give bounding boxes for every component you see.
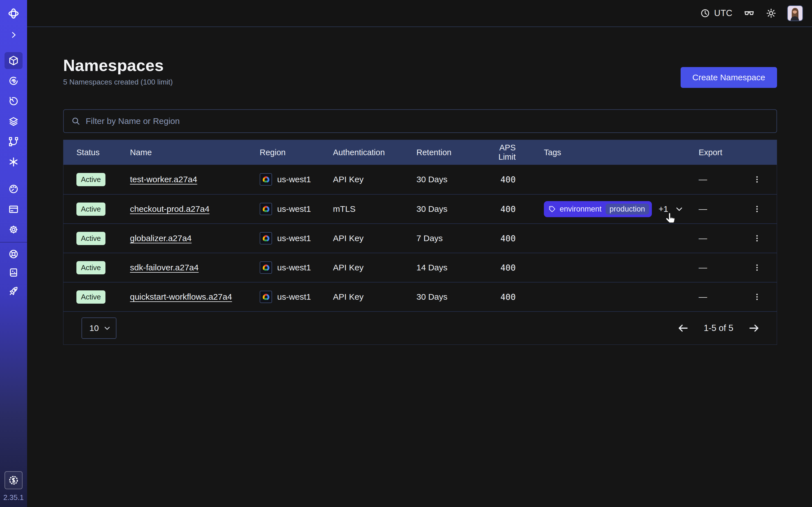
previous-page-button[interactable]: [677, 322, 689, 334]
col-header-aps-limit: APS Limit: [480, 143, 516, 162]
gauge-icon: [8, 184, 19, 194]
status-badge: Active: [77, 290, 105, 304]
create-namespace-button[interactable]: Create Namespace: [680, 67, 777, 88]
chevron-right-icon: [9, 31, 18, 39]
table-row[interactable]: Active quickstart-workflows.a27a4 us-wes…: [63, 282, 777, 311]
version-label: 2.35.1: [3, 493, 24, 502]
authentication-label: mTLS: [333, 204, 416, 214]
table-row[interactable]: Active globalizer.a27a4 us-west1 API Key…: [63, 223, 777, 252]
namespace-link[interactable]: globalizer.a27a4: [130, 233, 192, 243]
row-menu-button[interactable]: [751, 260, 763, 276]
temporal-logo-icon[interactable]: [0, 0, 27, 27]
sidebar-item-support[interactable]: [0, 245, 27, 263]
chevron-down-icon: [103, 325, 111, 332]
theme-toggle-button[interactable]: [766, 8, 776, 18]
row-menu-button[interactable]: [751, 289, 763, 305]
sidebar-item-settings[interactable]: [0, 219, 27, 240]
tag-key: environment: [560, 205, 602, 214]
status-badge: Active: [77, 203, 105, 216]
table-body: Active test-worker.a27a4 us-west1 API Ke…: [63, 165, 777, 311]
table-row[interactable]: Active checkout-prod.a27a4 us-west1 mTLS…: [63, 194, 777, 223]
next-page-button[interactable]: [748, 322, 760, 334]
sun-icon: [766, 8, 776, 18]
sidebar-item-deployments[interactable]: [0, 111, 27, 131]
gear-icon: [8, 224, 19, 235]
gcp-region-icon: [260, 203, 272, 215]
namespace-link[interactable]: checkout-prod.a27a4: [130, 204, 209, 214]
table-row[interactable]: Active test-worker.a27a4 us-west1 API Ke…: [63, 165, 777, 194]
col-header-region: Region: [260, 148, 333, 157]
tags-expand-button[interactable]: [675, 205, 683, 213]
tags-cell: environmentproduction+1: [516, 201, 695, 217]
cube-icon: [8, 55, 19, 66]
arrow-left-icon: [677, 322, 689, 334]
sidebar-item-usage[interactable]: [0, 179, 27, 199]
namespace-link[interactable]: quickstart-workflows.a27a4: [130, 292, 232, 301]
sidebar-item-docs[interactable]: [0, 263, 27, 282]
main-content: Namespaces 5 Namespaces created (100 lim…: [27, 27, 812, 507]
layers-icon: [8, 116, 19, 127]
namespaces-table: Status Name Region Authentication Retent…: [63, 140, 777, 345]
user-avatar[interactable]: [787, 5, 803, 21]
region-label: us-west1: [277, 263, 311, 272]
export-value: —: [699, 204, 707, 214]
lifebuoy-icon: [8, 249, 19, 260]
region-label: us-west1: [277, 292, 311, 302]
export-value: —: [699, 263, 707, 272]
sidebar-nav-account: [0, 179, 27, 240]
kebab-icon: [753, 234, 761, 242]
page-title: Namespaces: [63, 56, 173, 74]
export-value: —: [699, 175, 707, 184]
tag-icon: [548, 205, 556, 213]
page-size-select[interactable]: 10: [82, 318, 116, 339]
sidebar-item-namespaces[interactable]: [0, 50, 27, 71]
sidebar-expand-button[interactable]: [0, 27, 27, 43]
table-header-row: Status Name Region Authentication Retent…: [63, 140, 777, 165]
gcp-region-icon: [260, 173, 272, 186]
filter-input[interactable]: [86, 116, 769, 126]
gcp-region-icon: [260, 232, 272, 244]
kebab-icon: [753, 263, 761, 272]
export-value: —: [699, 292, 707, 302]
rocket-icon: [8, 286, 19, 297]
seal-dollar-icon: [8, 474, 19, 486]
table-row[interactable]: Active sdk-failover.a27a4 us-west1 API K…: [63, 252, 777, 282]
timezone-selector[interactable]: UTC: [700, 8, 732, 18]
chevron-down-icon: [675, 205, 683, 213]
sidebar-nav-primary: [0, 50, 27, 172]
search-icon: [71, 116, 81, 126]
kebab-icon: [753, 293, 761, 301]
gcp-region-icon: [260, 291, 272, 303]
namespace-link[interactable]: test-worker.a27a4: [130, 175, 197, 184]
region-label: us-west1: [277, 233, 311, 243]
swirl-icon: [8, 75, 19, 86]
sidebar-item-batch-operations[interactable]: [0, 152, 27, 172]
sidebar-item-nexus[interactable]: [0, 131, 27, 152]
sidebar-item-billing[interactable]: [0, 199, 27, 219]
retention-label: 30 Days: [416, 175, 480, 184]
labs-button[interactable]: [743, 7, 755, 19]
retention-label: 30 Days: [416, 204, 480, 214]
retention-label: 14 Days: [416, 263, 480, 272]
retention-label: 30 Days: [416, 292, 480, 302]
region-label: us-west1: [277, 175, 311, 184]
pricing-badge-button[interactable]: [4, 471, 22, 489]
tag-badge[interactable]: environmentproduction: [544, 201, 652, 217]
col-header-retention: Retention: [416, 148, 480, 157]
row-menu-button[interactable]: [751, 230, 763, 246]
sidebar-nav-help: [0, 245, 27, 300]
col-header-authentication: Authentication: [333, 148, 416, 157]
book-icon: [8, 267, 19, 278]
status-badge: Active: [77, 261, 105, 274]
gcp-region-icon: [260, 262, 272, 274]
row-menu-button[interactable]: [751, 172, 763, 187]
sidebar-item-workflows[interactable]: [0, 71, 27, 91]
billing-card-icon: [8, 204, 19, 215]
status-badge: Active: [77, 173, 105, 186]
row-menu-button[interactable]: [751, 201, 763, 217]
sidebar-item-schedules[interactable]: [0, 91, 27, 111]
region-label: us-west1: [277, 204, 311, 214]
sidebar-item-getting-started[interactable]: [0, 282, 27, 300]
clock-icon: [700, 8, 710, 18]
namespace-link[interactable]: sdk-failover.a27a4: [130, 263, 199, 272]
